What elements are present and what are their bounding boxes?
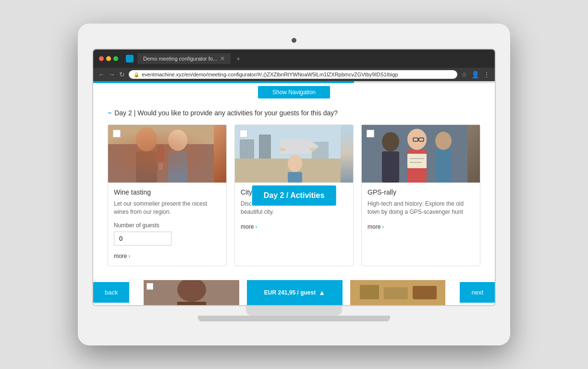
svg-point-6 xyxy=(157,144,165,163)
wine-tasting-more-link[interactable]: more › xyxy=(114,253,130,259)
browser-actions: ☆ 👤 ⋮ xyxy=(461,71,490,78)
gps-rally-more-arrow: › xyxy=(382,223,384,230)
gps-rally-title: GPS-rally xyxy=(368,188,474,196)
partial-card-2-price: EUR 241,95 / guest ▲ xyxy=(247,280,343,305)
city-tour-image xyxy=(235,125,353,183)
svg-rect-19 xyxy=(280,148,285,151)
bottom-bar: back EUR 241,95 / guest ▲ xyxy=(93,280,495,305)
wine-tasting-guests-input[interactable] xyxy=(114,232,172,246)
svg-rect-17 xyxy=(288,172,302,183)
svg-point-16 xyxy=(288,155,302,172)
profile-icon[interactable]: 👤 xyxy=(471,71,479,78)
wine-tasting-more-label: more xyxy=(114,253,127,259)
svg-rect-12 xyxy=(259,135,271,159)
page-content: − Day 2 | Would you like to provide any … xyxy=(93,101,495,280)
gps-rally-checkbox[interactable] xyxy=(367,130,374,137)
wine-tasting-title: Wine tasting xyxy=(114,188,220,196)
browser-tab[interactable]: Demo meeting configurator fo... ✕ xyxy=(137,53,231,64)
gps-rally-more-link[interactable]: more › xyxy=(368,223,384,230)
wine-tasting-image xyxy=(108,125,226,183)
svg-rect-5 xyxy=(168,151,187,183)
cards-grid: Wine tasting Let our sommelier present t… xyxy=(108,124,480,266)
window-controls xyxy=(99,56,118,61)
city-tour-checkbox[interactable] xyxy=(240,130,247,137)
wine-tasting-more-arrow: › xyxy=(128,253,130,259)
address-bar-row: ← → ↻ 🔒 eventmachine.xyz/en/demo/meeting… xyxy=(93,68,495,81)
city-tour-desc: Discover the classical sides of our beau… xyxy=(241,200,347,216)
svg-rect-18 xyxy=(285,147,305,154)
svg-rect-7 xyxy=(159,162,163,170)
card-gps-rally: GPS-rally High-tech and history: Explore… xyxy=(361,124,480,266)
laptop-stand xyxy=(246,306,342,316)
url-text: eventmachine.xyz/en/demo/meeting-configu… xyxy=(142,72,398,77)
collapse-icon[interactable]: − xyxy=(108,109,111,117)
svg-rect-1 xyxy=(108,144,214,183)
svg-rect-20 xyxy=(309,148,315,151)
city-tour-body: City tour Discover the classical sides o… xyxy=(235,183,353,236)
lock-icon: 🔒 xyxy=(134,72,139,77)
svg-rect-29 xyxy=(407,154,427,168)
minimize-dot[interactable] xyxy=(106,56,111,61)
city-tour-more-arrow: › xyxy=(255,223,257,230)
laptop-screen: Demo meeting configurator fo... ✕ + ← → … xyxy=(92,49,496,306)
guests-label: Number of guests xyxy=(114,222,220,229)
day-question-text: Day 2 | Would you like to provide any ac… xyxy=(114,109,338,117)
tab-close-icon[interactable]: ✕ xyxy=(220,55,225,62)
svg-rect-0 xyxy=(108,125,214,183)
svg-rect-3 xyxy=(136,151,157,183)
svg-rect-39 xyxy=(360,285,379,299)
svg-point-27 xyxy=(435,132,452,150)
laptop-frame: Demo meeting configurator fo... ✕ + ← → … xyxy=(78,24,510,345)
maximize-dot[interactable] xyxy=(113,56,118,61)
svg-rect-11 xyxy=(240,139,254,159)
card-city-tour: Day 2 / Activities City tour Discover th… xyxy=(234,124,354,266)
svg-point-23 xyxy=(382,132,399,151)
partial-card-1-checkbox[interactable] xyxy=(147,283,153,290)
show-navigation-button[interactable]: Show Navigation xyxy=(258,86,330,98)
svg-rect-28 xyxy=(435,150,452,183)
progress-bar xyxy=(93,81,495,83)
laptop-base xyxy=(198,316,390,321)
laptop-camera xyxy=(292,38,296,43)
city-tour-more-label: more xyxy=(241,223,254,230)
tab-title: Demo meeting configurator fo... xyxy=(143,56,217,62)
next-button[interactable]: next xyxy=(460,282,495,303)
svg-rect-41 xyxy=(413,286,437,299)
gps-rally-desc: High-tech and history: Explore the old t… xyxy=(368,200,474,216)
favicon xyxy=(126,55,134,62)
menu-icon[interactable]: ⋮ xyxy=(483,71,490,78)
svg-point-4 xyxy=(168,130,187,151)
partial-card-1 xyxy=(144,280,239,305)
svg-rect-40 xyxy=(384,287,408,299)
bookmark-icon[interactable]: ☆ xyxy=(461,71,467,78)
gps-rally-image xyxy=(362,125,480,183)
url-bar[interactable]: 🔒 eventmachine.xyz/en/demo/meeting-confi… xyxy=(129,70,457,79)
price-label: EUR 241,95 / guest xyxy=(264,289,316,296)
city-tour-title: City tour xyxy=(241,188,347,196)
wine-tasting-desc: Let our sommelier present the nicest win… xyxy=(114,200,220,216)
gps-rally-more-label: more xyxy=(368,223,380,230)
gps-rally-body: GPS-rally High-tech and history: Explore… xyxy=(362,183,480,236)
forward-button[interactable]: → xyxy=(109,71,115,78)
browser-chrome: Demo meeting configurator fo... ✕ + xyxy=(93,49,495,68)
svg-point-2 xyxy=(136,127,157,151)
wine-tasting-body: Wine tasting Let our sommelier present t… xyxy=(108,183,226,266)
close-dot[interactable] xyxy=(99,56,104,61)
progress-fill xyxy=(93,81,354,83)
day-question: − Day 2 | Would you like to provide any … xyxy=(108,109,480,117)
partial-card-3 xyxy=(350,280,446,305)
back-button[interactable]: back xyxy=(93,282,129,303)
add-tab-icon[interactable]: + xyxy=(236,55,240,62)
card-wine-tasting: Wine tasting Let our sommelier present t… xyxy=(108,124,227,266)
reload-button[interactable]: ↻ xyxy=(119,71,125,78)
back-button[interactable]: ← xyxy=(98,71,105,78)
city-tour-more-link[interactable]: more › xyxy=(241,223,257,230)
svg-rect-37 xyxy=(177,302,206,305)
wine-tasting-checkbox[interactable] xyxy=(113,130,121,137)
price-up-arrow: ▲ xyxy=(318,289,325,296)
show-nav-wrapper: Show Navigation xyxy=(93,83,495,101)
svg-rect-24 xyxy=(382,151,399,183)
